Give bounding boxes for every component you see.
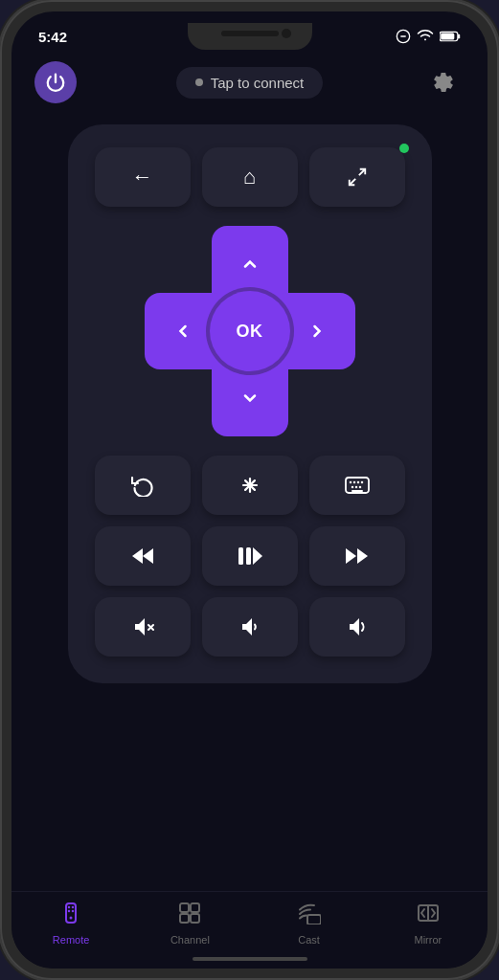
dpad-down-button[interactable] <box>212 360 288 436</box>
svg-rect-42 <box>307 915 321 924</box>
connect-dot <box>195 78 203 86</box>
volume-up-button[interactable] <box>309 597 405 657</box>
svg-rect-41 <box>191 914 199 923</box>
svg-marker-31 <box>350 618 359 635</box>
svg-rect-40 <box>180 914 189 923</box>
dpad: OK <box>145 226 355 436</box>
app-header: Tap to connect <box>11 54 488 115</box>
notch <box>188 23 312 50</box>
svg-marker-21 <box>143 548 153 564</box>
tab-mirror[interactable]: Mirror <box>395 902 462 946</box>
svg-rect-3 <box>458 34 460 39</box>
remote-icon <box>59 902 82 924</box>
notch-speaker <box>221 31 279 36</box>
cast-icon <box>298 902 321 924</box>
svg-marker-27 <box>135 618 145 635</box>
chevron-down-icon <box>240 389 260 408</box>
tab-cast[interactable]: Cast <box>276 902 343 946</box>
home-indicator <box>193 957 307 961</box>
keyboard-icon <box>345 476 370 495</box>
tab-cast-label: Cast <box>298 934 320 946</box>
home-button[interactable]: ⌂ <box>202 147 298 207</box>
status-icons <box>396 29 461 44</box>
settings-button[interactable] <box>422 61 465 103</box>
rewind-icon <box>130 546 155 566</box>
tab-remote-label: Remote <box>53 934 90 946</box>
svg-rect-22 <box>238 547 243 565</box>
cast-tab-icon <box>298 902 321 930</box>
chevron-left-icon <box>173 322 193 341</box>
phone-screen: 5:42 Tap to connect <box>11 11 488 969</box>
minus-icon <box>396 29 411 44</box>
connect-text: Tap to connect <box>211 75 305 91</box>
svg-marker-24 <box>253 547 262 565</box>
power-icon <box>45 72 66 93</box>
ok-label: OK <box>237 322 263 342</box>
svg-marker-25 <box>346 548 356 564</box>
svg-marker-26 <box>357 548 368 564</box>
volume-up-icon <box>346 616 369 637</box>
phone-frame: 5:42 Tap to connect <box>0 0 499 980</box>
remote-tab-icon <box>59 902 82 930</box>
battery-icon <box>440 31 461 42</box>
tab-mirror-label: Mirror <box>415 934 442 946</box>
svg-rect-32 <box>66 903 76 923</box>
tab-remote[interactable]: Remote <box>37 902 104 946</box>
svg-marker-20 <box>132 548 143 564</box>
chevron-right-icon <box>307 322 327 341</box>
volume-buttons-row <box>95 597 405 657</box>
mirror-icon <box>417 902 440 924</box>
connect-pill[interactable]: Tap to connect <box>176 67 324 99</box>
fullscreen-icon <box>347 167 368 188</box>
remote-card: ← ⌂ <box>68 124 432 683</box>
channel-tab-icon <box>178 902 201 930</box>
mirror-tab-icon <box>417 902 440 930</box>
fast-forward-button[interactable] <box>309 526 405 586</box>
middle-buttons-row <box>95 456 405 515</box>
media-buttons-row <box>95 526 405 586</box>
asterisk-icon <box>238 474 261 497</box>
wifi-icon <box>417 30 434 43</box>
play-pause-button[interactable] <box>202 526 298 586</box>
svg-rect-38 <box>180 903 189 912</box>
status-time: 5:42 <box>38 29 67 45</box>
dpad-right-button[interactable] <box>279 293 355 369</box>
keyboard-button[interactable] <box>309 456 405 515</box>
play-pause-icon <box>238 546 262 567</box>
svg-line-5 <box>358 169 364 175</box>
channel-icon <box>178 902 201 924</box>
svg-rect-39 <box>191 903 199 912</box>
back-button[interactable]: ← <box>95 147 191 207</box>
asterisk-button[interactable] <box>202 456 298 515</box>
remote-body: ← ⌂ <box>11 115 488 891</box>
tab-channel[interactable]: Channel <box>156 902 223 946</box>
replay-button[interactable] <box>95 456 191 515</box>
mute-icon <box>131 616 154 637</box>
tab-channel-label: Channel <box>170 934 210 946</box>
svg-rect-23 <box>246 547 251 565</box>
dpad-container: OK <box>95 226 405 436</box>
remote-status-dot <box>399 144 409 153</box>
mute-button[interactable] <box>95 597 191 657</box>
top-buttons-row: ← ⌂ <box>95 147 405 207</box>
power-button[interactable] <box>34 61 77 103</box>
volume-down-button[interactable] <box>202 597 298 657</box>
svg-line-6 <box>349 179 354 185</box>
svg-marker-30 <box>242 618 252 635</box>
gear-icon <box>432 71 455 94</box>
rewind-button[interactable] <box>95 526 191 586</box>
fast-forward-icon <box>345 546 370 566</box>
chevron-up-icon <box>240 255 260 274</box>
notch-camera <box>282 29 291 38</box>
volume-down-icon <box>238 616 261 637</box>
dpad-ok-button[interactable]: OK <box>210 291 290 371</box>
svg-rect-4 <box>441 33 454 39</box>
replay-icon <box>131 474 154 497</box>
fullscreen-button[interactable] <box>309 147 405 207</box>
svg-point-33 <box>70 917 73 920</box>
